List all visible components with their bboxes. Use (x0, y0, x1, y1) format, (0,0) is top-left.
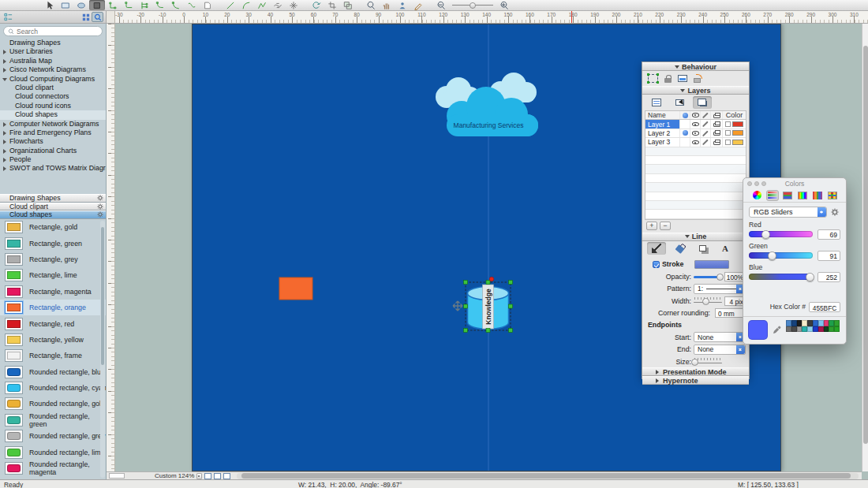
palette-swatch[interactable] (829, 320, 834, 326)
rotate-tool[interactable] (309, 0, 324, 10)
search-input[interactable] (17, 28, 98, 35)
opacity-slider[interactable] (694, 272, 722, 281)
library-section-header[interactable]: Drawing Shapes (0, 194, 107, 203)
library-tree-item[interactable]: Cloud round icons (0, 102, 106, 110)
shape-list-item[interactable]: Rounded rectangle, blue (0, 364, 107, 380)
shape-list-item[interactable]: Rectangle, orange (0, 300, 107, 315)
layer-row[interactable]: Layer 2 (645, 129, 746, 138)
palette-swatch[interactable] (829, 326, 834, 333)
page-icon[interactable] (204, 473, 211, 479)
endpoint-start-dropdown[interactable]: None (694, 332, 746, 342)
palette-swatch[interactable] (813, 320, 818, 326)
shape-list-item[interactable]: Rectangle, yellow (0, 332, 107, 348)
zoom-slider[interactable] (449, 0, 496, 10)
selection-handle[interactable] (464, 329, 468, 333)
colors-dialog-titlebar[interactable]: Colors (743, 178, 846, 188)
connector-straight-tool[interactable] (105, 0, 121, 10)
protection-lock-icon[interactable] (664, 78, 672, 83)
palette-swatch[interactable] (818, 320, 824, 326)
palette-swatch[interactable] (791, 320, 797, 326)
grid-view-icon[interactable] (80, 12, 92, 22)
print-icon[interactable] (713, 123, 720, 127)
color-grid-icon[interactable] (826, 190, 839, 201)
library-search-icon[interactable] (92, 12, 103, 22)
zoom-level[interactable]: Custom 124% (155, 472, 194, 479)
palette-swatch[interactable] (818, 326, 824, 333)
zoom-slider-knob[interactable] (470, 2, 476, 9)
shape-list-item[interactable]: Rectangle, magenta (0, 284, 107, 300)
library-tree-item[interactable]: Flowcharts (0, 137, 106, 146)
connector-rounded-tool[interactable] (168, 0, 184, 10)
color-slider[interactable] (749, 274, 813, 280)
zoom-stepper-icon[interactable] (196, 473, 202, 479)
library-tree-item[interactable]: Fire and Emergency Plans (0, 129, 106, 137)
palette-swatch[interactable] (834, 326, 840, 333)
palette-swatch[interactable] (834, 320, 840, 326)
page-icon[interactable] (223, 473, 230, 479)
corner-rounding-field[interactable]: 0 mm (715, 308, 745, 318)
selection-handle[interactable] (509, 304, 513, 308)
library-tree-item[interactable]: Cloud shapes (0, 110, 106, 119)
library-tree-view-icon[interactable] (2, 12, 14, 22)
shape-list-item[interactable]: Rounded rectangle, gold (0, 396, 107, 412)
library-tree-item[interactable]: People (0, 155, 106, 164)
shape-list-scrollbar[interactable] (100, 221, 105, 478)
selection-handle[interactable] (509, 281, 513, 285)
ellipse-tool[interactable] (73, 0, 89, 10)
presentation-mode-header[interactable]: Presentation Mode (642, 367, 749, 376)
palette-swatch[interactable] (791, 326, 797, 333)
selection-handle[interactable] (464, 304, 468, 308)
slider-knob[interactable] (806, 273, 814, 281)
layer-color-checkbox[interactable] (725, 130, 731, 136)
editable-pencil-icon[interactable] (702, 140, 708, 145)
rotation-handle[interactable] (489, 277, 494, 281)
layer-color-checkbox[interactable] (725, 121, 731, 127)
palette-swatch[interactable] (797, 326, 803, 333)
editable-pencil-icon[interactable] (702, 121, 708, 127)
library-tree-item[interactable]: Cloud Computing Diagrams (0, 75, 106, 84)
shape-list-item[interactable]: Rounded rectangle, cyan (0, 380, 107, 396)
selection-handle[interactable] (464, 281, 468, 285)
slider-value-field[interactable]: 91 (817, 251, 840, 261)
layer-color-checkbox[interactable] (725, 140, 731, 145)
zoom-out-button[interactable] (433, 0, 449, 10)
layer-row[interactable]: Layer 1 (645, 120, 746, 129)
fill-tab[interactable] (670, 242, 689, 255)
current-color-swatch[interactable] (748, 320, 768, 340)
zoom-in-button[interactable] (496, 0, 512, 10)
library-tree-item[interactable]: Cisco Network Diagrams (0, 65, 106, 74)
pan-hand-tool[interactable] (379, 0, 395, 10)
library-tree-item[interactable]: User Libraries (0, 47, 106, 56)
remove-layer-button[interactable]: − (660, 222, 671, 230)
palette-swatch[interactable] (813, 326, 818, 333)
palette-swatch[interactable] (786, 326, 791, 333)
shape-list-item[interactable]: Rectangle, green (0, 235, 107, 251)
connector-curve-tool[interactable] (152, 0, 168, 10)
arc-tool[interactable] (238, 0, 254, 10)
shape-list-item[interactable]: Rectangle, gold (0, 219, 107, 235)
selection-behavior-icon[interactable] (648, 74, 658, 83)
width-slider[interactable] (694, 296, 722, 306)
stroke-checkbox[interactable] (653, 261, 660, 268)
action-arrow-icon[interactable] (694, 78, 701, 83)
vertical-scrollbar[interactable] (862, 24, 868, 471)
group-tool[interactable] (340, 0, 356, 10)
layer-color-swatch[interactable] (732, 140, 743, 145)
square-tool[interactable] (89, 0, 105, 10)
gear-icon[interactable] (831, 208, 839, 216)
behaviour-panel-header[interactable]: Behaviour (642, 62, 749, 71)
pattern-dropdown[interactable]: 1: (694, 284, 746, 294)
library-search-box[interactable] (3, 26, 103, 36)
library-section-header[interactable]: Cloud shapes (0, 210, 107, 219)
horizontal-scrollbar[interactable] (237, 473, 859, 479)
library-tree-item[interactable]: Cloud clipart (0, 84, 106, 92)
split-tool[interactable] (286, 0, 301, 10)
color-crayons-icon[interactable] (811, 190, 824, 201)
selection-handle[interactable] (486, 329, 490, 333)
color-mode-dropdown[interactable]: RGB Sliders (749, 207, 827, 218)
hypernote-header[interactable]: Hypernote (642, 376, 749, 385)
connector-elbow-tool[interactable] (121, 0, 137, 10)
hex-color-field[interactable]: 455BFC (809, 302, 840, 312)
note-tool[interactable] (200, 0, 215, 10)
visibility-eye-icon[interactable] (692, 140, 699, 145)
